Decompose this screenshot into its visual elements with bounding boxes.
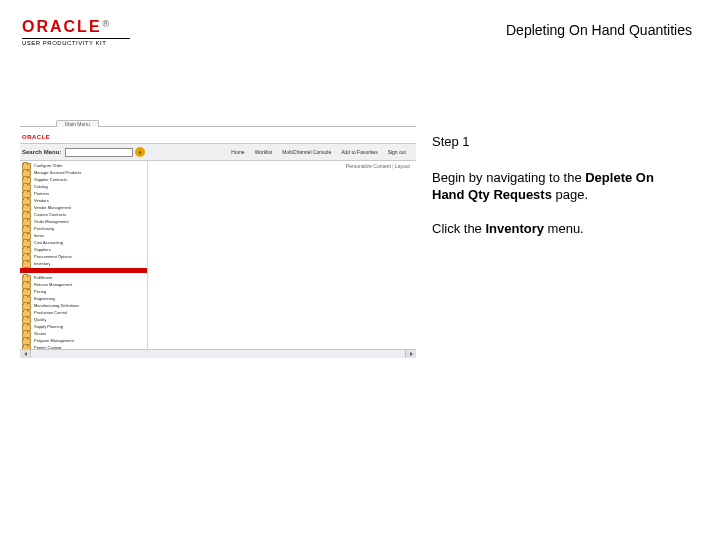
- menu-item[interactable]: Manage Sourced Products: [20, 170, 147, 176]
- menu-item[interactable]: Suppliers: [20, 247, 147, 253]
- logo-wordmark: ORACLE: [22, 18, 102, 35]
- app-toolbar: Search Menu: Home Worklist MultiChannel …: [20, 143, 416, 161]
- menu-item[interactable]: Vendor Management: [20, 205, 147, 211]
- menu-item[interactable]: Purchasing: [20, 226, 147, 232]
- menu-item[interactable]: Engineering: [20, 296, 147, 302]
- menu-item[interactable]: Custom Contracts: [20, 212, 147, 218]
- menu-group-top: Configure OrderManage Sourced ProductsSu…: [20, 163, 147, 267]
- menu-item[interactable]: Production Control: [20, 310, 147, 316]
- menu-item-label: Engineering: [34, 297, 55, 301]
- logo-divider: [22, 38, 130, 39]
- menu-item-label: Cost Accounting: [34, 241, 63, 245]
- main-menu-sidebar: Configure OrderManage Sourced ProductsSu…: [20, 161, 148, 353]
- menu-item-label: Production Control: [34, 311, 67, 315]
- menu-item-label: Vendors: [34, 199, 49, 203]
- search-go-button[interactable]: [135, 147, 145, 157]
- menu-item[interactable]: Pricing: [20, 289, 147, 295]
- trademark-icon: ®: [103, 19, 110, 29]
- menu-item[interactable]: Vendors: [20, 198, 147, 204]
- browser-tabbar: Main Menu: [20, 114, 416, 127]
- arrow-right-icon: [138, 150, 143, 155]
- menu-item-label: Purchasing: [34, 227, 54, 231]
- menu-item-label: Grants: [34, 332, 46, 336]
- embedded-screenshot: Main Menu ORACLE Search Menu: Home Workl…: [20, 114, 416, 358]
- search-label: Search Menu:: [22, 149, 61, 155]
- menu-item[interactable]: Order Management: [20, 219, 147, 225]
- menu-item-label: Items: [34, 234, 44, 238]
- menu-item-label: Supplier Contracts: [34, 178, 67, 182]
- step-label: Step 1: [432, 134, 684, 150]
- menu-item-label: Procurement Options: [34, 255, 72, 259]
- menu-group-bottom: FulfillmentReturns ManagementPricingEngi…: [20, 275, 147, 351]
- folder-icon: [22, 261, 31, 268]
- page-title: Depleting On Hand Quantities: [506, 22, 692, 38]
- menu-item[interactable]: Grants: [20, 331, 147, 337]
- menu-item-label: Partners: [34, 192, 49, 196]
- horizontal-scrollbar[interactable]: [20, 349, 416, 358]
- menu-item-label: Configure Order: [34, 164, 63, 168]
- instruction-line-1: Begin by navigating to the Deplete On Ha…: [432, 170, 684, 203]
- menu-item[interactable]: Program Management: [20, 338, 147, 344]
- menu-item[interactable]: Cost Accounting: [20, 240, 147, 246]
- menu-item-label: Supply Planning: [34, 325, 63, 329]
- menu-item[interactable]: Supplier Contracts: [20, 177, 147, 183]
- personalize-layout-link[interactable]: Layout: [395, 163, 410, 169]
- menu-item[interactable]: Items: [20, 233, 147, 239]
- menu-item[interactable]: Returns Management: [20, 282, 147, 288]
- menu-item-label: Order Management: [34, 220, 69, 224]
- menu-item[interactable]: Inventory: [20, 261, 147, 267]
- menu-item-label: Suppliers: [34, 248, 51, 252]
- app-brand: ORACLE: [22, 134, 50, 140]
- oracle-logo: ORACLE® USER PRODUCTIVITY KIT: [22, 18, 130, 46]
- menu-item-label: Catalog: [34, 185, 48, 189]
- menu-item[interactable]: Partners: [20, 191, 147, 197]
- inventory-menu-highlight[interactable]: [20, 268, 147, 273]
- nav-link[interactable]: Home: [231, 149, 244, 155]
- instruction-line-2: Click the Inventory menu.: [432, 221, 684, 237]
- menu-item[interactable]: Manufacturing Definitions: [20, 303, 147, 309]
- menu-item-label: Manage Sourced Products: [34, 171, 81, 175]
- menu-item-label: Returns Management: [34, 283, 72, 287]
- menu-item[interactable]: Procurement Options: [20, 254, 147, 260]
- nav-link[interactable]: MultiChannel Console: [282, 149, 331, 155]
- instruction-panel: Step 1 Begin by navigating to the Deplet…: [432, 134, 684, 255]
- nav-link[interactable]: Sign out: [388, 149, 406, 155]
- menu-item[interactable]: Supply Planning: [20, 324, 147, 330]
- content-area: Personalize Content | Layout: [148, 161, 416, 353]
- nav-link[interactable]: Worklist: [255, 149, 273, 155]
- logo-subtitle: USER PRODUCTIVITY KIT: [22, 40, 130, 46]
- menu-item[interactable]: Configure Order: [20, 163, 147, 169]
- nav-link[interactable]: Add to Favorites: [341, 149, 377, 155]
- menu-item-label: Custom Contracts: [34, 213, 66, 217]
- menu-item-label: Quality: [34, 318, 46, 322]
- menu-item-label: Program Management: [34, 339, 74, 343]
- scroll-right-button[interactable]: [405, 350, 416, 358]
- menu-item-label: Fulfillment: [34, 276, 52, 280]
- menu-item[interactable]: Fulfillment: [20, 275, 147, 281]
- menu-item[interactable]: Catalog: [20, 184, 147, 190]
- menu-item-label: Vendor Management: [34, 206, 71, 210]
- menu-item[interactable]: Quality: [20, 317, 147, 323]
- search-input[interactable]: [65, 148, 133, 157]
- menu-item-label: Inventory: [34, 262, 50, 266]
- scroll-left-button[interactable]: [20, 350, 31, 358]
- menu-item-label: Pricing: [34, 290, 46, 294]
- personalize-content-link[interactable]: Personalize Content: [346, 163, 391, 169]
- personalize-links: Personalize Content | Layout: [346, 163, 410, 169]
- menu-item-label: Manufacturing Definitions: [34, 304, 79, 308]
